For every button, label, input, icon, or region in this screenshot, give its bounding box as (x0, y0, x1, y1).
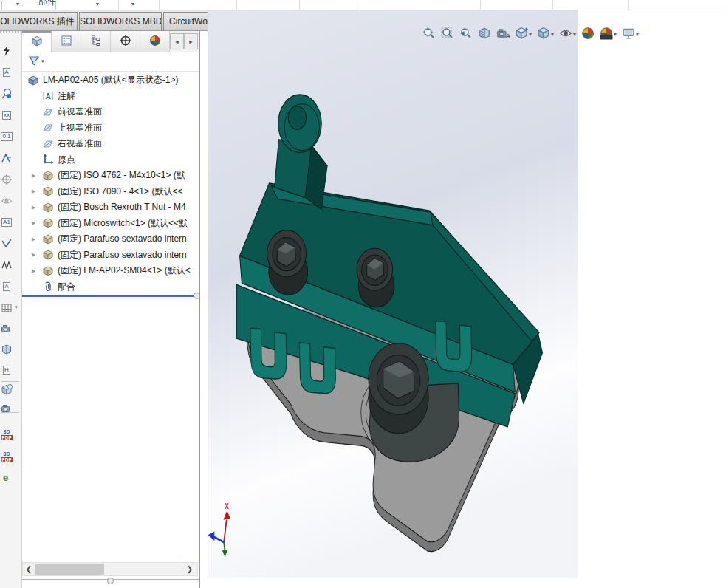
tree-item[interactable]: 前视基准面 (22, 104, 199, 120)
bottom-splitter-handle[interactable] (107, 578, 114, 584)
chevron-down-icon[interactable]: ▾ (529, 31, 532, 38)
pdf-3d-2-icon[interactable]: 3DPDF (0, 448, 18, 465)
tree-item[interactable]: 上视基准面 (22, 120, 199, 136)
tab-solidworks-addins[interactable]: SOLIDWORKS 插件 (0, 12, 78, 30)
expand-arrow-icon[interactable]: ▶ (32, 268, 35, 274)
tree-horizontal-scrollbar[interactable]: ❮ ❯ (22, 562, 198, 576)
apply-scene-button[interactable]: ▾ (598, 25, 618, 44)
camera-icon[interactable] (0, 321, 18, 337)
tree-root-label: LM-AP02-A05 (默认<显示状态-1>) (43, 74, 178, 86)
tab-propertymanager[interactable] (52, 31, 81, 52)
tree-item[interactable]: ▶(固定) ISO 4762 - M4x10<1> (默 (22, 168, 199, 183)
tree-item[interactable]: ▶(固定) LM-AP02-SM04<1> (默认< (22, 263, 199, 278)
fm-tabs-scroll-right[interactable]: ► (184, 33, 198, 49)
chevron-down-icon[interactable]: ▾ (614, 31, 617, 38)
expand-arrow-icon[interactable]: ▶ (32, 252, 35, 258)
tree-item-label: (固定) Parafuso sextavado intern (58, 249, 187, 261)
datum-feature-icon[interactable]: A1 (0, 214, 18, 230)
tab-displaymanager-icon (149, 35, 161, 49)
expand-arrow-icon[interactable]: ▶ (32, 173, 35, 179)
chevron-down-icon[interactable]: ▾ (636, 31, 639, 38)
chevron-down-icon[interactable]: ▾ (131, 1, 134, 7)
tolerance-icon[interactable]: 0.1 (0, 129, 18, 145)
zoom-to-area-button[interactable] (439, 25, 456, 44)
panel-gutter (199, 31, 208, 588)
pdf-3d-icon[interactable]: 3DPDF (0, 426, 18, 442)
tree-item-label: 右视基准面 (58, 137, 102, 150)
scroll-left-icon[interactable]: ❮ (23, 565, 35, 573)
camera-a-icon[interactable] (0, 400, 18, 417)
tree-item[interactable]: 右视基准面 (22, 136, 199, 151)
tree-item-label: 配合 (58, 281, 75, 293)
edit-appearance-button[interactable] (580, 25, 596, 44)
tab-dimxpertmanager[interactable] (111, 31, 140, 52)
datum-target-icon[interactable] (0, 171, 18, 188)
filter-funnel-icon[interactable]: ▾ (28, 55, 44, 67)
edrawings-icon[interactable]: e (0, 469, 18, 485)
expand-arrow-icon[interactable]: ▶ (32, 205, 35, 211)
expand-arrow-icon[interactable]: ▶ (32, 236, 35, 242)
tab-configurationmanager[interactable] (81, 31, 111, 52)
tree-item[interactable]: ▶(固定) Parafuso sextavado intern (22, 231, 199, 247)
tab-featuremanager-tree[interactable] (22, 31, 52, 52)
tree-item[interactable]: ▶(固定) Microswitch<1> (默认<<默 (22, 216, 199, 231)
tree-root-assembly[interactable]: LM-AP02-A05 (默认<显示状态-1>) (22, 72, 199, 88)
caterpillar-icon[interactable] (0, 257, 18, 273)
hide-annotations-icon[interactable] (0, 193, 18, 209)
tree-item[interactable]: ▶(固定) Parafuso sextavado intern (22, 247, 199, 263)
component-icon (42, 265, 54, 277)
pane-splitter[interactable] (22, 295, 198, 297)
scroll-right-icon[interactable]: ❯ (184, 565, 196, 573)
view-orientation-button[interactable]: ▾ (513, 25, 533, 44)
cube-balloon-icon[interactable] (0, 382, 18, 398)
previous-view-button[interactable] (458, 25, 474, 44)
tree-item-label: (固定) ISO 4762 - M4x10<1> (默 (58, 169, 185, 182)
3d-viewport[interactable]: X Z (208, 10, 726, 588)
tree-item[interactable]: A注解 (22, 89, 199, 104)
display-style-button[interactable]: ▾ (535, 25, 555, 44)
ribbon-component-label[interactable]: 部件 (38, 0, 56, 8)
fm-tabs-scroll-left[interactable]: ◄ (170, 33, 184, 49)
stacked-balloon-icon[interactable]: xx (0, 107, 18, 123)
chevron-down-icon[interactable]: ▾ (96, 1, 99, 7)
draft-icon[interactable]: A (0, 278, 18, 295)
tab-propertymanager-icon (61, 35, 72, 49)
tree-item[interactable]: ▶(固定) ISO 7090 - 4<1> (默认<< (22, 184, 199, 199)
tree-item[interactable]: ▶(固定) Bosch Rexroth T Nut - M4 (22, 199, 199, 215)
chevron-down-icon[interactable]: ▾ (551, 31, 554, 38)
expand-arrow-icon[interactable]: ▶ (32, 220, 35, 226)
dynamic-annotation-views-button[interactable]: A (495, 25, 511, 44)
view-settings-button[interactable]: ▾ (620, 25, 640, 44)
zoom-to-fit-button[interactable] (421, 25, 437, 44)
weld-symbol-icon[interactable] (0, 236, 18, 252)
chevron-down-icon[interactable]: ▾ (573, 31, 576, 38)
balloon-icon[interactable] (0, 86, 18, 102)
chevron-down-icon[interactable]: ▾ (16, 1, 19, 7)
scrollbar-thumb[interactable] (35, 564, 104, 575)
power-trim-icon[interactable] (0, 43, 18, 59)
tab-solidworks-mbd[interactable]: SOLIDWORKS MBD (79, 12, 162, 30)
solidworks-window: ▾ ▾ ▾ 部件 SOLIDWORKS 插件 SOLIDWORKS MBD Ci… (0, 0, 726, 588)
model-screw-small-1[interactable] (267, 230, 308, 295)
tree-item-label: 上视基准面 (58, 122, 102, 134)
graphics-area[interactable]: X Z A▾▾▾▾▾ (208, 10, 726, 588)
featuremanager-tabs: ◄► (22, 31, 199, 52)
model-screw-small-2[interactable] (357, 248, 394, 307)
note-icon[interactable]: A (0, 64, 18, 81)
section-cube-icon[interactable] (0, 341, 18, 358)
tab-displaymanager[interactable] (140, 31, 170, 52)
tree-item[interactable]: 原点 (22, 152, 199, 168)
view-orientation-icon (515, 27, 528, 42)
tree-item-label: (固定) ISO 7090 - 4<1> (默认<< (58, 185, 182, 198)
hide-show-items-button[interactable]: ▾ (558, 25, 578, 44)
section-view-button[interactable] (476, 25, 493, 44)
tree-item[interactable]: 配合 (22, 279, 199, 295)
h-view-icon[interactable]: H (0, 362, 18, 378)
plane-icon (42, 138, 54, 150)
chevron-down-icon[interactable]: ▾ (15, 304, 18, 310)
surface-finish-icon[interactable] (0, 150, 18, 166)
expand-arrow-icon[interactable]: ▶ (32, 188, 35, 194)
zoom-to-area-icon (441, 27, 454, 42)
component-icon (42, 202, 54, 213)
tree-item-label: (固定) Bosch Rexroth T Nut - M4 (58, 201, 186, 213)
